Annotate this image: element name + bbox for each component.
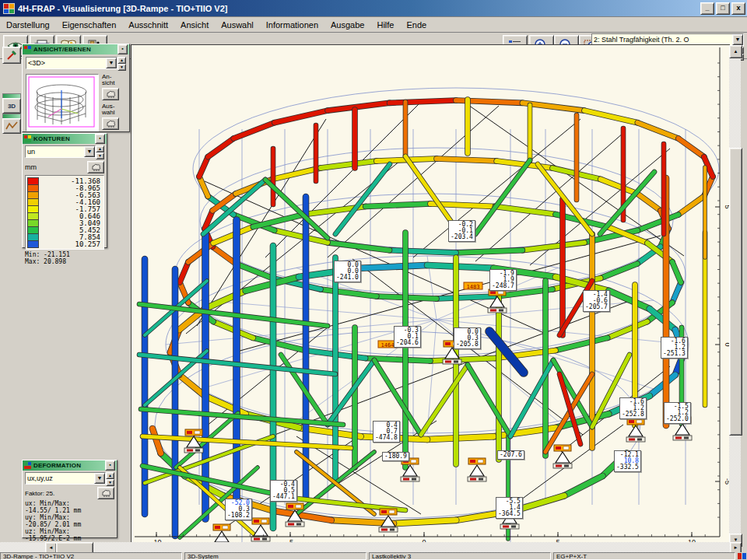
- annotation-value: -252.0: [666, 416, 689, 422]
- result-annotation: 0.40.7-474.8: [373, 421, 400, 443]
- status-field: 3D-System: [184, 552, 366, 560]
- mini-palette-3d[interactable]: 3D: [2, 93, 21, 114]
- panel-deformation-title: DEFORMATION: [33, 462, 105, 469]
- support-symbol: [401, 458, 419, 481]
- support-symbol: [553, 445, 572, 468]
- minimize-button[interactable]: _: [700, 2, 714, 15]
- result-annotation: 0.00.0-241.0: [334, 261, 361, 282]
- app-icon: [3, 3, 15, 14]
- deformation-row-value: -14.55/ 1.21 mm: [25, 507, 114, 514]
- sketch-tool-button[interactable]: [2, 47, 21, 64]
- result-annotation: -5.51.4-364.5: [496, 497, 523, 519]
- close-icon[interactable]: ▪: [105, 460, 115, 471]
- result-annotation: -0.2-0.1-203.4: [448, 220, 475, 242]
- maximize-button[interactable]: □: [716, 2, 730, 15]
- result-annotation: 0.00.3-205.8: [454, 327, 481, 349]
- panel-icon: [24, 135, 31, 142]
- deformation-row-label: uy: Min/Max:: [25, 514, 114, 521]
- annotation-value: -203.4: [451, 234, 473, 240]
- legend-row: 10.257: [27, 240, 102, 247]
- apply-icon: [101, 489, 111, 497]
- view-select[interactable]: <3D> ▼: [26, 57, 117, 69]
- deformation-row-value: -15.95/2.E-2 mm: [25, 535, 114, 542]
- spin-up-icon[interactable]: ▲: [106, 472, 114, 479]
- result-annotation: -12.110.8-332.5: [614, 450, 641, 472]
- contour-legend: -11.368-8.965-6.563-4.160-1.7570.6463.04…: [25, 175, 104, 250]
- panel-deformation-titlebar[interactable]: DEFORMATION ▪: [23, 460, 117, 471]
- close-button[interactable]: x: [731, 2, 745, 15]
- status-field: EG+P+X-T: [553, 552, 735, 560]
- annotation-value: -205.7: [585, 304, 608, 310]
- annotation-value: -180.9: [384, 453, 407, 460]
- menu-item-eigenschaften[interactable]: Eigenschaften: [56, 19, 123, 31]
- spin-up-icon[interactable]: ▲: [96, 145, 104, 152]
- apply-icon: [91, 163, 101, 171]
- view-spinner[interactable]: ▲ ▼: [117, 57, 126, 71]
- components-spinner[interactable]: ▲ ▼: [106, 472, 114, 486]
- result-combo-value: 2: Stahl Tragfähigkeit (Th. 2. O: [592, 36, 732, 44]
- close-icon[interactable]: ▪: [117, 44, 128, 54]
- node-tag-label: 1464: [381, 342, 395, 348]
- menu-item-ausschnitt[interactable]: Ausschnitt: [122, 19, 174, 31]
- vertical-scrollbar[interactable]: ▲ ▼: [729, 45, 741, 545]
- result-annotation: -0.30.1-204.6: [394, 326, 421, 348]
- chevron-down-icon[interactable]: ▼: [94, 473, 105, 484]
- annotation-value: -332.5: [616, 464, 639, 471]
- spin-down-icon[interactable]: ▼: [117, 64, 126, 71]
- quantity-select[interactable]: un ▼: [25, 145, 96, 158]
- components-select-value: ux,uy,uz: [26, 474, 94, 482]
- node-tag-label: 1483: [467, 284, 480, 290]
- menu-item-darstellung[interactable]: Darstellung: [0, 19, 56, 31]
- window-titlebar: 4H-FRAP - Visualisierung [3D-Rampe - TIO…: [0, 0, 747, 17]
- menu-item-ansicht[interactable]: Ansicht: [174, 19, 215, 31]
- support-symbol: [251, 518, 270, 541]
- apply-icon: [106, 90, 116, 98]
- menu-item-ende[interactable]: Ende: [400, 19, 433, 31]
- status-field: Lastkollektiv 3: [369, 552, 551, 560]
- chevron-down-icon[interactable]: ▼: [84, 146, 95, 157]
- spin-up-icon[interactable]: ▲: [117, 57, 126, 64]
- apply-icon: [106, 120, 116, 128]
- annotation-value: -474.8: [375, 435, 398, 441]
- result-annotation: -0.40.5-447.1: [270, 480, 297, 502]
- support-symbol: [626, 418, 645, 442]
- window-title: 4H-FRAP - Visualisierung [3D-Rampe - TIO…: [18, 4, 699, 13]
- chevron-down-icon[interactable]: ▼: [732, 34, 743, 45]
- view-preview[interactable]: [26, 74, 99, 131]
- vertical-scroll-thumb[interactable]: [729, 148, 742, 436]
- panel-icon: [24, 462, 31, 469]
- min-label: Min:: [25, 251, 40, 258]
- viewport-3d[interactable]: 14641483-10-5051050-5 -0.40.5-447.1-52.0…: [131, 44, 730, 546]
- result-annotation: -1.4-0.6-205.7: [583, 290, 610, 312]
- view-apply-button[interactable]: [102, 88, 119, 100]
- panel-konturen-titlebar[interactable]: KONTUREN ▪: [23, 134, 107, 144]
- min-value: -21.151: [44, 251, 70, 258]
- spin-down-icon[interactable]: ▼: [106, 479, 114, 486]
- max-value: 20.898: [44, 258, 66, 265]
- deformation-row-value: -20.85/ 2.01 mm: [25, 521, 114, 528]
- menu-item-hilfe[interactable]: Hilfe: [370, 19, 400, 31]
- close-icon[interactable]: ▪: [95, 134, 105, 144]
- selection-apply-button[interactable]: [102, 117, 119, 130]
- menu-item-ausgabe[interactable]: Ausgabe: [324, 19, 370, 31]
- spin-down-icon[interactable]: ▼: [96, 152, 104, 159]
- label-auswahl: Aus-wahl: [102, 103, 122, 116]
- mini-palette-polyline[interactable]: [2, 114, 21, 134]
- scroll-up-icon[interactable]: ▲: [729, 45, 742, 58]
- konturen-apply-button[interactable]: [87, 161, 104, 173]
- menu-item-informationen[interactable]: Informationen: [260, 19, 324, 31]
- menu-item-auswahl[interactable]: Auswahl: [215, 19, 260, 31]
- deformation-apply-button[interactable]: [97, 487, 114, 499]
- chevron-down-icon[interactable]: ▼: [106, 58, 117, 68]
- annotation-value: -447.1: [272, 494, 295, 500]
- panel-deformation: DEFORMATION ▪ ux,uy,uz ▼ ▲ ▼ Faktor: 25.…: [22, 460, 117, 538]
- annotation-value: -108.2: [227, 513, 250, 519]
- deformation-row-label: ux: Min/Max:: [25, 500, 114, 507]
- max-label: Max:: [25, 258, 40, 265]
- result-annotation: -1.61.2-251.3: [661, 337, 688, 359]
- components-select[interactable]: ux,uy,uz ▼: [25, 472, 106, 485]
- panel-ansicht-titlebar[interactable]: ANSICHT/EBENEN ▪: [23, 44, 129, 54]
- quantity-spinner[interactable]: ▲ ▼: [96, 145, 104, 159]
- annotation-value: -364.5: [498, 511, 521, 517]
- view-select-value: <3D>: [26, 59, 106, 67]
